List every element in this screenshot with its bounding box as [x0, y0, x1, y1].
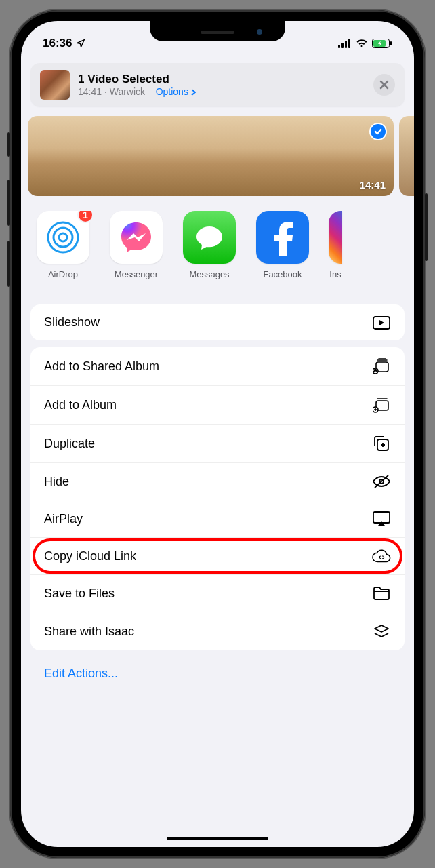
- app-label: Facebook: [263, 269, 302, 279]
- stack-icon: [372, 623, 391, 639]
- svg-rect-6: [390, 41, 392, 45]
- edit-actions-button[interactable]: Edit Actions...: [30, 657, 405, 681]
- app-label: Ins: [329, 269, 341, 279]
- action-group-slideshow: Slideshow: [30, 304, 405, 340]
- options-button[interactable]: Options: [156, 86, 196, 97]
- messages-icon: [183, 211, 236, 264]
- action-share-isaac[interactable]: Share with Isaac: [30, 612, 405, 650]
- action-label: Share with Isaac: [44, 625, 134, 639]
- phone-frame: 16:36 1 Video Selected 14:41 · Warwick: [10, 10, 425, 858]
- header-title: 1 Video Selected: [78, 73, 365, 86]
- action-slideshow[interactable]: Slideshow: [30, 304, 405, 340]
- share-app-row[interactable]: 1 AirDrop Messenger Messages F: [21, 211, 414, 279]
- eye-slash-icon: [372, 474, 391, 489]
- cellular-icon: [338, 39, 352, 48]
- location-icon: [76, 39, 85, 48]
- add-album-icon: [372, 397, 391, 413]
- header-time: 14:41: [78, 86, 102, 97]
- svg-rect-0: [338, 45, 340, 48]
- header-thumbnail: [40, 70, 70, 100]
- airdrop-badge: 1: [77, 211, 94, 223]
- home-indicator[interactable]: [167, 837, 268, 840]
- action-hide[interactable]: Hide: [30, 463, 405, 500]
- action-label: Duplicate: [44, 437, 95, 451]
- action-save-files[interactable]: Save to Files: [30, 575, 405, 612]
- svg-point-8: [54, 228, 72, 247]
- share-app-instagram[interactable]: Ins: [329, 211, 342, 279]
- close-button[interactable]: [373, 74, 395, 96]
- preview-timestamp: 14:41: [360, 179, 386, 191]
- action-duplicate[interactable]: Duplicate: [30, 425, 405, 463]
- share-header-card: 1 Video Selected 14:41 · Warwick Options: [30, 63, 405, 106]
- action-copy-icloud-link[interactable]: Copy iCloud Link: [30, 538, 405, 575]
- svg-rect-18: [373, 512, 390, 523]
- mute-switch: [7, 132, 10, 157]
- notch: [150, 21, 285, 41]
- volume-up-button: [7, 180, 10, 226]
- status-right: [338, 39, 392, 48]
- action-airplay[interactable]: AirPlay: [30, 500, 405, 538]
- chevron-right-icon: [191, 89, 196, 96]
- action-label: Add to Shared Album: [44, 359, 159, 374]
- svg-point-7: [59, 233, 67, 241]
- shared-album-icon: [372, 358, 391, 374]
- status-time: 16:36: [43, 37, 72, 50]
- close-icon: [379, 80, 389, 90]
- action-label: Hide: [44, 475, 69, 489]
- selected-checkmark-icon: [369, 123, 387, 140]
- app-label: Messenger: [115, 269, 158, 279]
- play-rect-icon: [372, 316, 391, 330]
- share-app-airdrop[interactable]: 1 AirDrop: [36, 211, 90, 279]
- status-time-group: 16:36: [43, 37, 85, 50]
- action-group-main: Add to Shared Album Add to Album Duplica…: [30, 347, 405, 650]
- airplay-icon: [372, 511, 391, 526]
- preview-thumbnail-next[interactable]: [399, 116, 414, 196]
- svg-rect-1: [341, 43, 344, 48]
- header-text: 1 Video Selected 14:41 · Warwick Options: [78, 73, 365, 97]
- share-app-messages[interactable]: Messages: [182, 211, 236, 279]
- battery-charging-icon: [372, 39, 392, 48]
- cloud-link-icon: [372, 549, 391, 564]
- action-label: Save to Files: [44, 587, 115, 601]
- action-label: Copy iCloud Link: [44, 549, 136, 564]
- power-button: [425, 193, 428, 261]
- duplicate-icon: [372, 435, 391, 452]
- header-location: Warwick: [110, 86, 145, 97]
- screen: 16:36 1 Video Selected 14:41 · Warwick: [21, 21, 414, 847]
- action-add-album[interactable]: Add to Album: [30, 386, 405, 425]
- preview-thumbnail-selected[interactable]: 14:41: [28, 116, 394, 196]
- action-label: Slideshow: [44, 315, 100, 330]
- instagram-icon: [329, 211, 342, 264]
- app-label: Messages: [189, 269, 229, 279]
- header-subtitle: 14:41 · Warwick Options: [78, 86, 365, 97]
- preview-strip[interactable]: 14:41: [28, 116, 414, 196]
- svg-rect-2: [345, 41, 347, 48]
- share-app-facebook[interactable]: Facebook: [255, 211, 310, 279]
- folder-icon: [372, 586, 391, 601]
- airdrop-icon: 1: [37, 211, 89, 264]
- share-app-messenger[interactable]: Messenger: [109, 211, 163, 279]
- svg-rect-3: [348, 39, 350, 48]
- action-list: Slideshow Add to Shared Album Add to Alb…: [30, 304, 405, 681]
- messenger-icon: [110, 211, 163, 264]
- action-add-shared-album[interactable]: Add to Shared Album: [30, 347, 405, 386]
- volume-down-button: [7, 241, 10, 287]
- app-label: AirDrop: [48, 269, 78, 279]
- action-label: AirPlay: [44, 512, 83, 526]
- facebook-icon: [256, 211, 309, 264]
- wifi-icon: [356, 39, 368, 48]
- action-label: Add to Album: [44, 398, 117, 412]
